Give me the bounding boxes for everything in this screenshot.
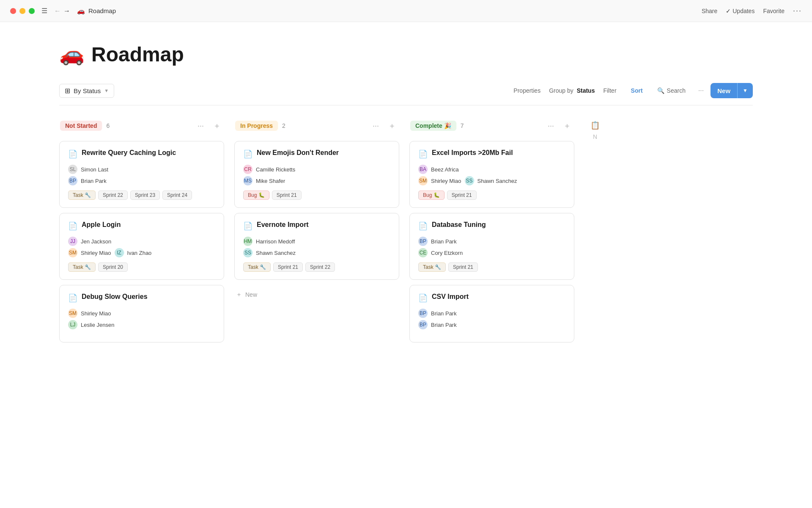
avatar: BP	[68, 176, 77, 185]
tag: Bug 🐛	[243, 190, 269, 200]
page-heading-title: Roadmap	[91, 43, 184, 66]
column-add-complete[interactable]: ＋	[561, 120, 573, 132]
card-assignees: SL Simon Last BP Brian Park	[68, 165, 215, 185]
maximize-button[interactable]	[29, 8, 35, 14]
card-assignees: CR Camille Ricketts MS Mike Shafer	[243, 165, 390, 185]
chevron-down-icon: ▼	[104, 88, 109, 93]
doc-icon: 📄	[68, 293, 77, 303]
hidden-label: N	[593, 133, 597, 140]
card-assignees: BP Brian Park BP Brian Park	[418, 309, 565, 329]
properties-button[interactable]: Properties	[508, 85, 546, 97]
card-database-tuning[interactable]: 📄 Database Tuning BP Brian Park CE Cory …	[409, 213, 574, 280]
by-status-button[interactable]: ⊞ By Status ▼	[59, 84, 114, 98]
avatar: BP	[418, 237, 428, 246]
toolbar-left: ⊞ By Status ▼	[59, 84, 114, 98]
card-tags: Task 🔧 Sprint 22 Sprint 23 Sprint 24	[68, 190, 215, 200]
assignee-row: SM Shirley Miao IZ Ivan Zhao	[68, 248, 215, 257]
page-title-bar: 🚗 Roadmap	[77, 7, 116, 15]
titlebar-left: ☰ ← → 🚗 Roadmap	[10, 7, 116, 15]
titlebar-right: Share ✓ Updates Favorite ···	[702, 6, 802, 15]
tag: Sprint 21	[272, 190, 302, 200]
card-tags: Task 🔧 Sprint 21 Sprint 22	[243, 262, 390, 272]
card-title: 📄 New Emojis Don't Render	[243, 149, 390, 159]
page-title: Roadmap	[88, 7, 116, 14]
assignee-row: SL Simon Last	[68, 165, 215, 174]
column-header-in-progress: In Progress 2 ··· ＋	[234, 117, 399, 134]
tag: Sprint 22	[305, 262, 335, 272]
status-badge-complete: Complete 🎉	[410, 121, 456, 131]
tag: Bug 🐛	[418, 190, 444, 200]
doc-icon: 📄	[418, 293, 428, 303]
back-arrow-icon[interactable]: ←	[54, 7, 61, 15]
toolbar-more-button[interactable]: ···	[694, 84, 708, 97]
card-title: 📄 Apple Login	[68, 221, 215, 231]
sort-button[interactable]: Sort	[625, 85, 649, 97]
close-button[interactable]	[10, 8, 16, 14]
card-rewrite-query[interactable]: 📄 Rewrite Query Caching Logic SL Simon L…	[59, 141, 224, 208]
avatar: HM	[243, 237, 252, 246]
search-icon: 🔍	[657, 87, 664, 94]
assignee-row: BP Brian Park	[418, 309, 565, 318]
avatar: BP	[418, 309, 428, 318]
card-tags: Bug 🐛 Sprint 21	[243, 190, 390, 200]
avatar: LJ	[68, 320, 77, 329]
card-csv-import[interactable]: 📄 CSV Import BP Brian Park BP Brian Park	[409, 285, 574, 342]
minimize-button[interactable]	[19, 8, 25, 14]
column-complete: Complete 🎉 7 ··· ＋ 📄 Excel Imports >20Mb…	[409, 117, 574, 348]
status-badge-not-started: Not Started	[60, 121, 102, 131]
favorite-button[interactable]: Favorite	[763, 8, 785, 14]
doc-icon: 📄	[418, 149, 428, 159]
avatar: SS	[243, 248, 252, 257]
doc-icon: 📄	[243, 149, 252, 159]
card-assignees: HM Harrison Medoff SS Shawn Sanchez	[243, 237, 390, 257]
new-button[interactable]: New ▼	[710, 83, 753, 98]
assignee-row: HM Harrison Medoff	[243, 237, 390, 246]
new-card-button[interactable]: ＋ New	[234, 285, 399, 304]
nav-arrows: ← →	[54, 7, 70, 15]
avatar: SL	[68, 165, 77, 174]
assignee-row: BP Brian Park	[418, 237, 565, 246]
doc-icon: 📄	[418, 221, 428, 231]
forward-arrow-icon[interactable]: →	[63, 7, 70, 15]
column-add-in-progress[interactable]: ＋	[386, 120, 398, 132]
column-more-in-progress[interactable]: ···	[370, 121, 381, 131]
card-excel-imports[interactable]: 📄 Excel Imports >20Mb Fail BA Beez Afric…	[409, 141, 574, 208]
card-evernote-import[interactable]: 📄 Evernote Import HM Harrison Medoff SS …	[234, 213, 399, 280]
avatar: CE	[418, 248, 428, 257]
card-apple-login[interactable]: 📄 Apple Login JJ Jen Jackson SM Shirley …	[59, 213, 224, 280]
tag: Task 🔧	[68, 262, 96, 272]
column-more-complete[interactable]: ···	[545, 121, 557, 131]
assignee-row: BP Brian Park	[418, 320, 565, 329]
card-debug-slow-queries[interactable]: 📄 Debug Slow Queries SM Shirley Miao LJ …	[59, 285, 224, 342]
new-button-arrow[interactable]: ▼	[738, 84, 753, 97]
assignee-row: JJ Jen Jackson	[68, 237, 215, 246]
card-tags: Task 🔧 Sprint 21	[418, 262, 565, 272]
more-options-button[interactable]: ···	[793, 6, 802, 15]
assignee-row: CE Cory Etzkorn	[418, 248, 565, 257]
assignee-row: SM Shirley Miao	[68, 309, 215, 318]
assignee-row: SM Shirley Miao SS Shawn Sanchez	[418, 176, 565, 185]
assignee-row: BA Beez Africa	[418, 165, 565, 174]
board: Not Started 6 ··· ＋ 📄 Rewrite Query Cach…	[59, 117, 753, 348]
card-new-emojis[interactable]: 📄 New Emojis Don't Render CR Camille Ric…	[234, 141, 399, 208]
assignee-row: SS Shawn Sanchez	[243, 248, 390, 257]
share-button[interactable]: Share	[702, 8, 717, 14]
toolbar-right: Properties Group by Status Filter Sort 🔍…	[508, 83, 753, 98]
updates-button[interactable]: ✓ Updates	[726, 8, 754, 14]
toolbar: ⊞ By Status ▼ Properties Group by Status…	[59, 83, 753, 105]
filter-button[interactable]: Filter	[597, 85, 622, 97]
avatar: SM	[68, 248, 77, 257]
card-title: 📄 Excel Imports >20Mb Fail	[418, 149, 565, 159]
sidebar-toggle-icon[interactable]: ☰	[41, 7, 47, 15]
tag: Task 🔧	[243, 262, 271, 272]
search-button[interactable]: 🔍 Search	[651, 85, 691, 97]
column-not-started: Not Started 6 ··· ＋ 📄 Rewrite Query Cach…	[59, 117, 224, 348]
doc-icon: 📄	[243, 221, 252, 231]
hidden-icon: 📋	[590, 121, 600, 130]
tag: Task 🔧	[418, 262, 446, 272]
column-more-not-started[interactable]: ···	[195, 121, 206, 131]
page-emoji: 🚗	[77, 7, 85, 15]
doc-icon: 📄	[68, 149, 77, 159]
column-add-not-started[interactable]: ＋	[211, 120, 223, 132]
titlebar: ☰ ← → 🚗 Roadmap Share ✓ Updates Favorite…	[0, 0, 812, 22]
